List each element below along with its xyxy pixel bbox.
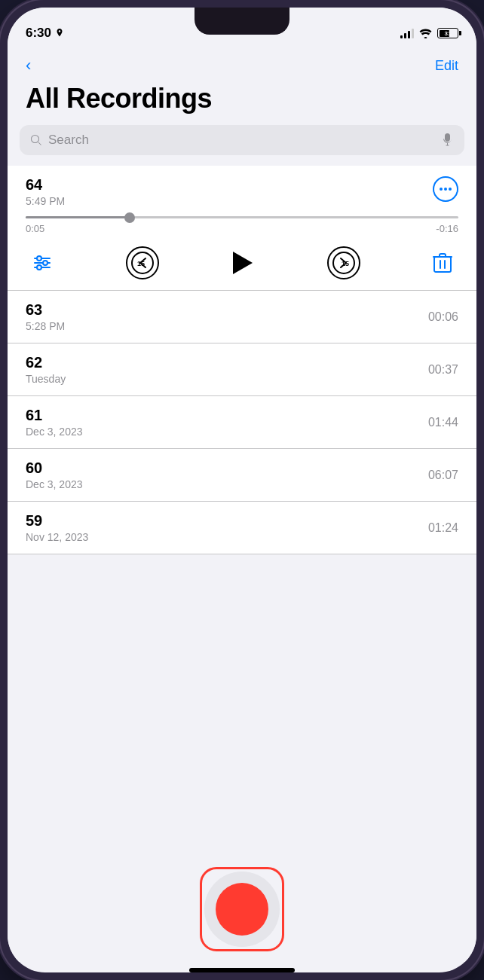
microphone-icon[interactable]	[441, 133, 454, 148]
ellipsis-icon	[440, 188, 452, 191]
recording-item[interactable]: 59 Nov 12, 2023 01:24	[8, 502, 476, 554]
recording-name: 59	[26, 512, 428, 530]
progress-thumb	[124, 212, 135, 223]
skip-back-icon: 15	[129, 249, 156, 276]
more-options-button[interactable]	[433, 176, 458, 202]
back-button[interactable]: ‹	[26, 56, 31, 75]
recording-duration: 00:06	[428, 310, 458, 324]
recording-info: 59 Nov 12, 2023	[26, 512, 428, 543]
time-remaining: -0:16	[436, 223, 458, 234]
search-input-text: Search	[48, 133, 435, 148]
search-container: Search	[8, 125, 476, 166]
recording-info: 63 5:28 PM	[26, 301, 428, 332]
play-button[interactable]	[231, 250, 254, 276]
bottom-bar	[8, 859, 476, 962]
svg-text:15: 15	[341, 260, 348, 267]
svg-point-1	[444, 188, 447, 191]
time-labels: 0:05 -0:16	[26, 223, 458, 234]
svg-point-8	[37, 265, 41, 270]
svg-point-6	[43, 261, 47, 265]
home-indicator	[189, 968, 295, 972]
delete-button[interactable]	[433, 252, 452, 273]
location-icon	[56, 29, 63, 38]
record-button-highlight	[200, 867, 284, 951]
recording-item[interactable]: 60 Dec 3, 2023 06:07	[8, 449, 476, 502]
recording-name: 63	[26, 301, 428, 319]
playback-progress[interactable]: 0:05 -0:16	[26, 216, 458, 234]
svg-point-0	[440, 188, 443, 191]
wifi-icon	[419, 29, 432, 38]
skip-back-button[interactable]: 15	[126, 246, 159, 279]
recording-info: 60 Dec 3, 2023	[26, 459, 428, 490]
edit-button[interactable]: Edit	[435, 58, 458, 74]
play-icon	[231, 250, 254, 276]
equalizer-button[interactable]	[32, 252, 53, 273]
recording-item[interactable]: 61 Dec 3, 2023 01:44	[8, 396, 476, 449]
phone-frame: 6:30 31	[0, 0, 484, 980]
active-recording-item[interactable]: 64 5:49 PM	[8, 166, 476, 291]
progress-track[interactable]	[26, 216, 458, 218]
skip-forward-icon: 15	[330, 249, 357, 276]
recording-date: 5:28 PM	[26, 320, 428, 332]
notch	[195, 8, 289, 35]
recording-date: Dec 3, 2023	[26, 478, 428, 490]
screen: 6:30 31	[8, 8, 476, 972]
recording-info: 61 Dec 3, 2023	[26, 407, 428, 438]
recording-duration: 01:44	[428, 416, 458, 429]
recording-date: Tuesday	[26, 373, 428, 385]
recording-item[interactable]: 62 Tuesday 00:37	[8, 343, 476, 396]
recording-duration: 06:07	[428, 469, 458, 482]
recording-item[interactable]: 63 5:28 PM 00:06	[8, 291, 476, 343]
search-icon	[30, 134, 42, 146]
svg-text:15: 15	[136, 260, 144, 267]
status-icons: 31	[400, 28, 458, 38]
active-recording-name: 64	[26, 176, 65, 194]
progress-fill	[26, 216, 130, 218]
recording-duration: 01:24	[428, 521, 458, 535]
recording-duration: 00:37	[428, 363, 458, 377]
nav-bar: ‹ Edit	[8, 48, 476, 80]
skip-forward-button[interactable]: 15	[327, 246, 360, 279]
page-title: All Recordings	[26, 83, 458, 114]
search-bar[interactable]: Search	[20, 125, 464, 155]
recording-name: 62	[26, 354, 428, 371]
record-button-container	[204, 872, 280, 947]
recording-name: 60	[26, 459, 428, 477]
battery-icon: 31	[437, 28, 458, 38]
signal-bars	[400, 28, 414, 38]
recording-date: Nov 12, 2023	[26, 531, 428, 543]
playback-controls: 15 15	[26, 246, 458, 279]
active-recording-date: 5:49 PM	[26, 195, 65, 207]
recording-date: Dec 3, 2023	[26, 426, 428, 438]
trash-icon	[433, 252, 452, 273]
page-title-container: All Recordings	[8, 80, 476, 125]
equalizer-icon	[32, 252, 53, 273]
recordings-list: 64 5:49 PM	[8, 166, 476, 859]
status-time: 6:30	[26, 26, 63, 41]
svg-point-2	[449, 188, 452, 191]
recording-name: 61	[26, 407, 428, 424]
time-current: 0:05	[26, 223, 44, 234]
svg-rect-11	[434, 257, 451, 272]
recording-info: 62 Tuesday	[26, 354, 428, 385]
svg-point-4	[37, 256, 41, 261]
